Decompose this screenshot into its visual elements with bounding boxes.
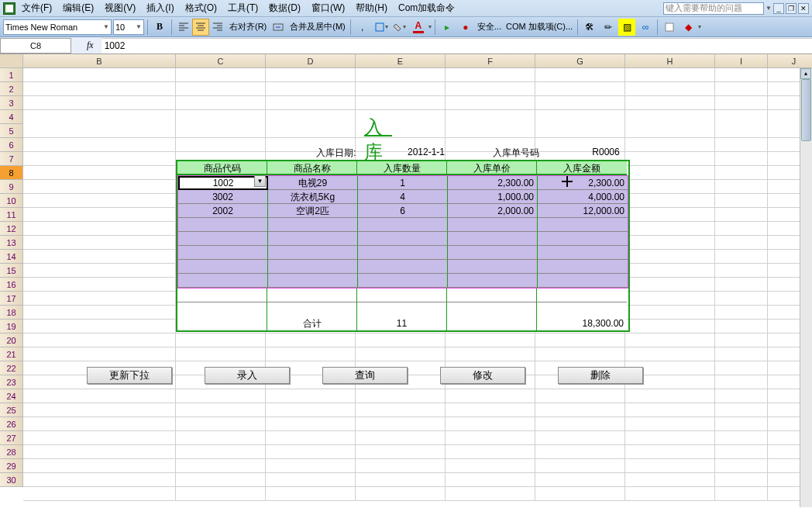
table-cell[interactable] (268, 260, 358, 274)
toolbar-overflow-icon[interactable]: ▾ (698, 23, 701, 30)
design-mode-icon[interactable]: ✏ (600, 19, 617, 36)
security-label[interactable]: 安全... (476, 21, 503, 33)
table-cell[interactable] (448, 218, 538, 232)
col-header-I[interactable]: I (715, 54, 768, 68)
row-header-24[interactable]: 24 (0, 389, 23, 403)
menu-format[interactable]: 格式(O) (181, 0, 222, 16)
row-header-11[interactable]: 11 (0, 208, 23, 222)
row-header-28[interactable]: 28 (0, 445, 23, 459)
row-header-3[interactable]: 3 (0, 96, 23, 110)
form-button-查询[interactable]: 查询 (322, 367, 408, 384)
blank-icon[interactable] (661, 19, 678, 36)
table-cell[interactable] (178, 246, 268, 260)
table-cell[interactable] (358, 232, 448, 246)
col-header-C[interactable]: C (176, 54, 266, 68)
row-header-30[interactable]: 30 (0, 473, 23, 487)
table-cell[interactable] (178, 232, 268, 246)
play-icon[interactable]: ▸ (439, 19, 456, 36)
row-header-10[interactable]: 10 (0, 194, 23, 208)
table-cell[interactable] (448, 246, 538, 260)
row-header-17[interactable]: 17 (0, 292, 23, 306)
align-right-button[interactable] (209, 19, 226, 36)
form-button-录入[interactable]: 录入 (205, 367, 290, 384)
col-header-D[interactable]: D (266, 54, 356, 68)
menu-edit[interactable]: 编辑(E) (58, 0, 98, 16)
row-header-2[interactable]: 2 (0, 82, 23, 96)
table-cell[interactable]: 2002 (178, 204, 268, 218)
table-cell[interactable] (358, 246, 448, 260)
table-cell[interactable] (178, 274, 268, 288)
table-cell[interactable]: 洗衣机5Kg (268, 190, 358, 204)
menu-insert[interactable]: 插入(I) (142, 0, 178, 16)
table-cell[interactable] (268, 218, 358, 232)
toolbox-icon[interactable]: 🛠 (581, 19, 598, 36)
table-cell[interactable] (268, 274, 358, 288)
row-header-15[interactable]: 15 (0, 264, 23, 278)
table-cell[interactable] (178, 218, 268, 232)
fontsize-selector[interactable]: 10▼ (113, 19, 144, 35)
table-cell[interactable] (448, 260, 538, 274)
cell-dropdown-button[interactable]: ▼ (254, 175, 266, 187)
table-cell[interactable]: 3002 (178, 190, 268, 204)
align-left-button[interactable] (175, 19, 192, 36)
font-color-dropdown-icon[interactable]: ▾ (428, 23, 432, 30)
col-header-B[interactable]: B (23, 54, 176, 68)
row-header-20[interactable]: 20 (0, 333, 23, 347)
row-header-26[interactable]: 26 (0, 417, 23, 431)
col-header-G[interactable]: G (535, 54, 625, 68)
fx-icon[interactable]: fx (71, 40, 102, 51)
menu-window[interactable]: 窗口(W) (307, 0, 349, 16)
help-dropdown-icon[interactable]: ▼ (766, 5, 772, 12)
table-cell[interactable]: 2,000.00 (448, 204, 538, 218)
row-header-1[interactable]: 1 (0, 68, 23, 82)
table-cell[interactable]: 电视29 (268, 176, 358, 190)
bold-button[interactable]: B (151, 19, 168, 36)
menu-data[interactable]: 数据(D) (264, 0, 305, 16)
fill-color-button[interactable]: ▾ (391, 19, 408, 36)
row-header-9[interactable]: 9 (0, 180, 23, 194)
table-cell[interactable]: 1,000.00 (448, 190, 538, 204)
link-icon[interactable]: ∞ (637, 19, 654, 36)
table-cell[interactable] (538, 218, 628, 232)
row-header-4[interactable]: 4 (0, 110, 23, 124)
row-header-13[interactable]: 13 (0, 236, 23, 250)
table-cell[interactable]: 2,300.00 (448, 176, 538, 190)
col-header-E[interactable]: E (356, 54, 446, 68)
table-cell[interactable] (358, 218, 448, 232)
table-cell[interactable] (538, 260, 628, 274)
table-cell[interactable] (358, 274, 448, 288)
row-header-29[interactable]: 29 (0, 459, 23, 473)
table-cell[interactable] (358, 260, 448, 274)
formula-input[interactable] (102, 38, 812, 54)
highlight-icon[interactable]: ▨ (618, 19, 635, 36)
font-selector[interactable]: Times New Roman▼ (3, 19, 112, 35)
row-header-18[interactable]: 18 (0, 306, 23, 320)
close-button[interactable]: ✕ (798, 3, 809, 14)
table-cell[interactable] (178, 260, 268, 274)
col-header-F[interactable]: F (446, 54, 535, 68)
scroll-up-icon[interactable]: ▴ (800, 68, 811, 79)
comma-style-button[interactable]: , (354, 19, 371, 36)
row-header-23[interactable]: 23 (0, 375, 23, 389)
table-cell[interactable]: 12,000.00 (538, 204, 628, 218)
table-cell[interactable] (268, 232, 358, 246)
row-header-16[interactable]: 16 (0, 278, 23, 292)
merge-cells-icon[interactable] (270, 19, 287, 36)
scroll-thumb[interactable] (801, 79, 811, 141)
row-header-25[interactable]: 25 (0, 403, 23, 417)
form-button-修改[interactable]: 修改 (440, 367, 525, 384)
name-box[interactable]: C8 (0, 38, 71, 54)
row-header-8[interactable]: 8 (0, 166, 23, 180)
vertical-scrollbar[interactable]: ▴ (800, 68, 812, 507)
table-cell[interactable] (538, 246, 628, 260)
table-cell[interactable]: 4,000.00 (538, 190, 628, 204)
table-cell[interactable] (268, 246, 358, 260)
right-align-label[interactable]: 右对齐(R) (228, 21, 268, 33)
row-header-6[interactable]: 6 (0, 138, 23, 152)
form-button-更新下拉[interactable]: 更新下拉 (87, 367, 172, 384)
minimize-button[interactable]: _ (773, 3, 784, 14)
row-header-19[interactable]: 19 (0, 320, 23, 333)
table-cell[interactable]: 4 (358, 190, 448, 204)
borders-button[interactable]: ▾ (373, 19, 390, 36)
row-header-7[interactable]: 7 (0, 152, 23, 166)
